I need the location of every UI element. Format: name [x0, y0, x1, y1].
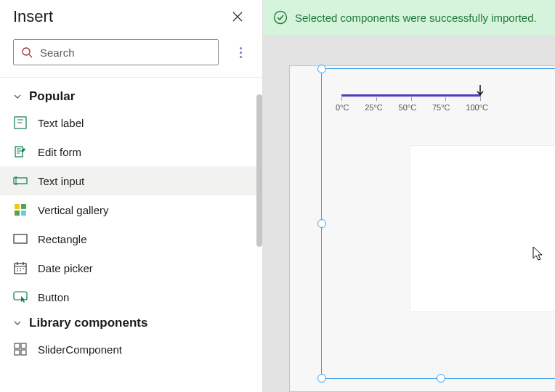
list-item-date-picker[interactable]: Date picker: [0, 253, 262, 282]
insert-panel: Insert Popular Text label Edi: [0, 0, 263, 392]
tick-label: 50°C: [399, 103, 417, 112]
text-label-icon: [13, 115, 28, 130]
svg-rect-6: [15, 211, 20, 216]
search-input[interactable]: [40, 46, 211, 59]
list-item-label: Vertical gallery: [38, 204, 109, 216]
vertical-gallery-icon: [13, 203, 28, 217]
tick-label: 0°C: [336, 103, 349, 112]
list-item-vertical-gallery[interactable]: Vertical gallery: [0, 195, 262, 224]
section-title: Library components: [29, 316, 147, 330]
inner-card: [410, 145, 555, 312]
list-item-label: SliderComponent: [38, 343, 122, 356]
svg-rect-4: [15, 204, 20, 209]
edit-form-icon: [13, 144, 28, 159]
svg-point-20: [275, 12, 287, 24]
chevron-down-icon: [13, 319, 22, 327]
section-header-popular[interactable]: Popular: [0, 85, 262, 108]
list-item-label: Text input: [38, 175, 84, 187]
component-icon: [13, 342, 28, 356]
svg-point-14: [20, 270, 21, 271]
close-icon: [232, 11, 243, 23]
svg-point-12: [23, 268, 24, 269]
tick-label: 100°C: [466, 103, 488, 112]
svg-rect-8: [14, 234, 27, 243]
section-title: Popular: [29, 89, 75, 104]
tick-label: 25°C: [365, 103, 383, 112]
svg-rect-7: [21, 211, 26, 216]
list-item-text-label[interactable]: Text label: [0, 108, 262, 137]
rectangle-icon: [13, 232, 28, 246]
search-row: [0, 30, 262, 78]
list-item-edit-form[interactable]: Edit form: [0, 137, 262, 166]
list-item-button[interactable]: Button: [0, 282, 262, 311]
svg-point-13: [17, 270, 18, 271]
banner-message: Selected components were successfully im…: [295, 12, 537, 24]
list-item-label: Date picker: [38, 262, 93, 274]
svg-rect-17: [21, 343, 26, 348]
list-item-slider-component[interactable]: SliderComponent: [0, 335, 262, 364]
list-item-label: Text label: [38, 117, 84, 129]
list-item-label: Edit form: [38, 146, 81, 158]
date-picker-icon: [13, 261, 28, 275]
svg-point-11: [20, 268, 21, 269]
panel-title: Insert: [13, 7, 53, 26]
chevron-down-icon: [13, 92, 22, 101]
success-banner: Selected components were successfully im…: [263, 0, 555, 35]
close-button[interactable]: [229, 8, 246, 25]
text-input-icon: [13, 173, 28, 188]
svg-rect-18: [15, 350, 20, 355]
list-item-label: Rectangle: [38, 233, 87, 245]
component-list[interactable]: Popular Text label Edit form Text input: [0, 78, 262, 392]
button-icon: [13, 290, 28, 304]
search-box[interactable]: [13, 39, 219, 65]
list-item-text-input[interactable]: Text input: [0, 166, 262, 195]
list-item-label: Button: [38, 291, 69, 303]
success-check-icon: [273, 10, 288, 25]
scrollbar-thumb[interactable]: [256, 94, 262, 247]
slider-track: [341, 94, 481, 97]
svg-point-10: [17, 268, 18, 269]
search-icon: [21, 46, 33, 58]
panel-header: Insert: [0, 0, 262, 30]
svg-rect-16: [15, 343, 20, 348]
slider-ticks: 0°C 25°C 50°C 75°C 100°C: [336, 103, 488, 112]
svg-point-0: [23, 48, 30, 55]
more-options-button[interactable]: [232, 47, 249, 58]
svg-rect-2: [15, 147, 23, 157]
tick-marks: [341, 97, 481, 101]
svg-rect-15: [14, 292, 27, 300]
canvas-area[interactable]: Selected components were successfully im…: [263, 0, 555, 392]
section-header-library[interactable]: Library components: [0, 311, 262, 335]
tick-label: 75°C: [432, 103, 450, 112]
svg-rect-19: [21, 350, 26, 355]
svg-rect-5: [21, 204, 26, 209]
list-item-rectangle[interactable]: Rectangle: [0, 224, 262, 253]
